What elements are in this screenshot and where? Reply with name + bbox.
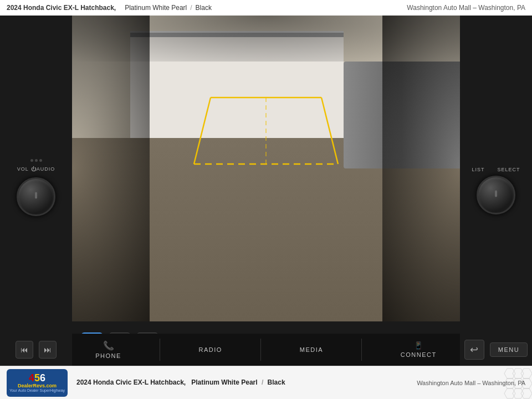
radio-button[interactable]: RADIO: [191, 346, 231, 353]
left-control-panel: VOL ⏻AUDIO: [0, 16, 72, 366]
list-label: LIST: [472, 167, 484, 172]
radio-label: RADIO: [199, 346, 222, 353]
svg-marker-14: [513, 369, 524, 378]
list-select-knob[interactable]: [477, 176, 515, 214]
header-sep1: /: [190, 4, 192, 12]
phone-icon: 📞: [103, 340, 114, 351]
volume-knob[interactable]: [17, 177, 55, 216]
top-header: 2024 Honda Civic EX-L Hatchback, Platinu…: [0, 0, 532, 16]
svg-marker-20: [513, 388, 524, 398]
dot-decoration: [30, 159, 42, 162]
back-icon: ↩: [470, 344, 478, 356]
camera-vignette-right: [382, 16, 460, 321]
skip-back-button[interactable]: ⏮: [16, 341, 33, 359]
footer-sep: /: [262, 378, 263, 386]
footer-car-info: 2024 Honda Civic EX-L Hatchback, Platinu…: [76, 378, 417, 387]
svg-marker-15: [521, 369, 532, 378]
svg-marker-18: [521, 378, 532, 388]
logo-tagline: Your Auto Dealer SuperHighway: [9, 388, 65, 392]
camera-vignette-left: [72, 16, 150, 321]
center-buttons: 📞 PHONE RADIO MEDIA 📱 CONNECT: [72, 334, 460, 366]
svg-line-2: [321, 98, 338, 164]
volume-section: VOL ⏻AUDIO: [17, 166, 55, 216]
button-row: ⏮ ⏭ 📞 PHONE RADIO MEDIA 📱 CONNECT: [0, 334, 532, 366]
list-select-labels: LIST SELECT: [460, 167, 532, 172]
skip-buttons: ⏮ ⏭: [0, 334, 72, 366]
skip-forward-button[interactable]: ⏭: [39, 341, 57, 359]
svg-marker-21: [521, 388, 532, 398]
header-car-title: 2024 Honda Civic EX-L Hatchback,: [7, 4, 116, 12]
phone-label: PHONE: [95, 352, 121, 359]
menu-button[interactable]: MENU: [490, 342, 528, 357]
infotainment-system: VOL ⏻AUDIO: [0, 16, 532, 366]
media-label: MEDIA: [300, 346, 323, 353]
phone-connect-icon: 📱: [414, 341, 423, 350]
backup-camera-view: [72, 16, 460, 321]
svg-marker-17: [513, 378, 524, 388]
btn-divider-1: [160, 339, 160, 361]
back-menu-buttons: ↩ MENU: [460, 334, 532, 366]
connect-button[interactable]: 📱 CONNECT: [392, 341, 445, 358]
footer-interior-text: Black: [268, 378, 285, 386]
honeycomb-decoration: [499, 366, 532, 399]
media-button[interactable]: MEDIA: [291, 346, 331, 353]
header-dealer: Washington Auto Mall – Washington, PA: [407, 4, 525, 12]
camera-vignette-top: [72, 16, 460, 62]
select-label: SELECT: [497, 167, 520, 172]
phone-button[interactable]: 📞 PHONE: [87, 340, 130, 359]
btn-divider-3: [361, 339, 362, 361]
footer-bar: 456 DealerRevs.com Your Auto Dealer Supe…: [0, 366, 532, 399]
logo-url: DealerRevs.com: [18, 383, 57, 388]
logo-numbers: 456: [29, 373, 45, 383]
footer-color-text: Platinum White Pearl: [191, 378, 257, 386]
header-interior: Black: [196, 4, 212, 12]
right-control-panel: LIST SELECT: [460, 16, 532, 366]
header-color: Platinum White Pearl: [125, 4, 187, 12]
connect-label: CONNECT: [401, 351, 437, 358]
back-button[interactable]: ↩: [464, 340, 484, 360]
infotainment-screen: Check Your Surroundings: [72, 16, 460, 366]
svg-line-1: [194, 98, 211, 164]
vol-label-row: VOL ⏻AUDIO: [17, 166, 55, 174]
svg-marker-16: [504, 378, 515, 388]
footer-car-title: 2024 Honda Civic EX-L Hatchback, Platinu…: [76, 378, 417, 386]
audio-label: ⏻AUDIO: [31, 166, 55, 172]
svg-marker-19: [504, 388, 515, 398]
vol-label: VOL: [17, 166, 29, 172]
svg-marker-13: [504, 369, 515, 378]
btn-divider-2: [260, 339, 261, 361]
parking-guide-overlay: [188, 92, 344, 203]
dealer-logo: 456 DealerRevs.com Your Auto Dealer Supe…: [7, 369, 68, 397]
footer-title-text: 2024 Honda Civic EX-L Hatchback,: [76, 378, 186, 386]
